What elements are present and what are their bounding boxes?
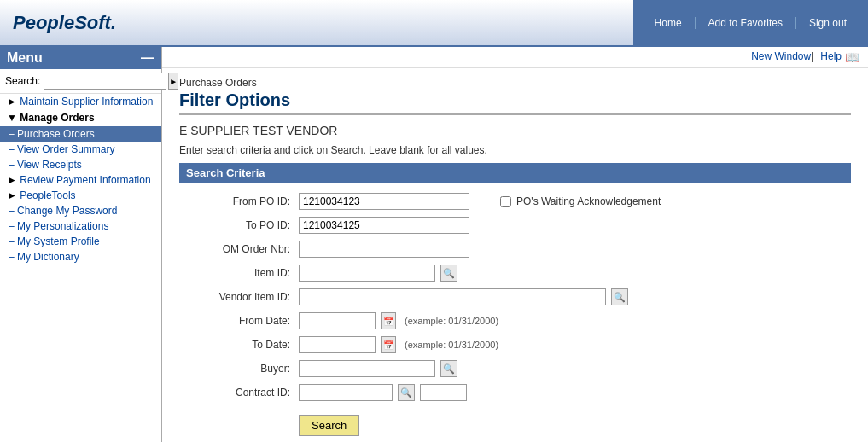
arrow-right-icon2: ► [7, 189, 17, 201]
sidebar-item-view-receipts[interactable]: – View Receipts [0, 157, 161, 172]
to-po-id-label: To PO ID: [179, 219, 299, 231]
to-date-input[interactable] [299, 336, 376, 353]
sidebar-item-my-dictionary[interactable]: – My Dictionary [0, 249, 161, 265]
from-date-input[interactable] [299, 312, 376, 329]
to-date-row: To Date: 📅 (example: 01/31/2000) [179, 336, 851, 353]
help-link[interactable]: Help [820, 50, 842, 64]
po-waiting-checkbox[interactable] [500, 196, 511, 207]
contract-id-search-button[interactable]: 🔍 [398, 384, 415, 401]
utility-bar: New Window | Help 📖 [162, 47, 868, 68]
item-id-control: 🔍 [299, 265, 457, 282]
sidebar-search-row: Search: ► [0, 69, 161, 94]
sidebar-item-change-password[interactable]: – Change My Password [0, 203, 161, 218]
from-po-id-label: From PO ID: [179, 195, 299, 207]
search-criteria-bar: Search Criteria [179, 163, 851, 183]
contract-id-label: Contract ID: [179, 387, 299, 398]
from-date-label: From Date: [179, 315, 299, 327]
from-date-row: From Date: 📅 (example: 01/31/2000) [179, 312, 851, 329]
om-order-nbr-row: OM Order Nbr: [179, 241, 851, 258]
breadcrumb: Purchase Orders [179, 77, 851, 89]
sidebar-item-my-system-profile[interactable]: – My System Profile [0, 234, 161, 249]
to-po-id-row: To PO ID: [179, 217, 851, 234]
sidebar-search-label: Search: [5, 75, 40, 87]
om-order-nbr-label: OM Order Nbr: [179, 243, 299, 255]
po-waiting-row: PO's Waiting Acknowledgement [500, 195, 661, 207]
to-date-calendar-button[interactable]: 📅 [381, 336, 396, 353]
arrow-right-icon: ► [7, 174, 17, 186]
purchase-orders-label: – Purchase Orders [9, 128, 95, 140]
add-to-favorites-link[interactable]: Add to Favorites [696, 17, 796, 29]
from-po-id-control: PO's Waiting Acknowledgement [299, 193, 661, 210]
filter-form: From PO ID: PO's Waiting Acknowledgement… [179, 193, 851, 436]
instructions: Enter search criteria and click on Searc… [179, 144, 851, 156]
sidebar-section-manage-orders[interactable]: ▼ Manage Orders [0, 109, 161, 126]
contract-id-control: 🔍 [299, 384, 467, 401]
sign-out-link[interactable]: Sign out [796, 17, 859, 29]
sidebar-item-review-payment[interactable]: ► Review Payment Information [0, 172, 161, 188]
content-inner: Purchase Orders Filter Options E SUPPLIE… [162, 68, 868, 442]
home-link[interactable]: Home [642, 17, 696, 29]
buyer-input[interactable] [299, 360, 435, 377]
vendor-item-id-row: Vendor Item ID: 🔍 [179, 288, 851, 305]
sidebar-item-view-order-summary[interactable]: – View Order Summary [0, 142, 161, 157]
item-id-input[interactable] [299, 265, 435, 282]
top-navigation: Home Add to Favorites Sign out [633, 0, 868, 45]
po-waiting-label: PO's Waiting Acknowledgement [516, 195, 661, 207]
to-date-label: To Date: [179, 339, 299, 351]
header: PeopleSoft. Home Add to Favorites Sign o… [0, 0, 868, 47]
item-id-search-button[interactable]: 🔍 [440, 265, 457, 282]
buyer-label: Buyer: [179, 363, 299, 375]
sidebar-item-people-tools[interactable]: ► PeopleTools [0, 188, 161, 203]
arrow-icon: ► [7, 96, 17, 108]
om-order-nbr-input[interactable] [299, 241, 469, 258]
item-id-row: Item ID: 🔍 [179, 265, 851, 282]
utility-separator: | [811, 50, 813, 64]
contract-id-extra-input[interactable] [420, 384, 467, 401]
main-layout: Menu — Search: ► ► Maintain Supplier Inf… [0, 47, 868, 442]
vendor-item-id-search-button[interactable]: 🔍 [611, 288, 628, 305]
vendor-name: E SUPPLIER TEST VENDOR [179, 124, 851, 137]
sidebar-search-input[interactable] [44, 73, 166, 90]
sidebar-item-maintain-supplier[interactable]: ► Maintain Supplier Information [0, 94, 161, 109]
new-window-link[interactable]: New Window [751, 50, 811, 64]
contract-id-input[interactable] [299, 384, 393, 401]
contract-id-row: Contract ID: 🔍 [179, 384, 851, 401]
vendor-item-id-label: Vendor Item ID: [179, 291, 299, 303]
sidebar-item-purchase-orders[interactable]: – Purchase Orders [0, 126, 161, 142]
vendor-item-id-control: 🔍 [299, 288, 628, 305]
to-date-control: 📅 (example: 01/31/2000) [299, 336, 498, 353]
help-icon: 📖 [845, 50, 859, 64]
logo: PeopleSoft. [0, 5, 129, 41]
content-area: New Window | Help 📖 Purchase Orders Filt… [162, 47, 868, 442]
minimize-icon[interactable]: — [141, 50, 154, 66]
page-title: Filter Options [179, 90, 851, 115]
vendor-item-id-input[interactable] [299, 288, 606, 305]
from-date-example: (example: 01/31/2000) [405, 316, 498, 326]
buyer-control: 🔍 [299, 360, 457, 377]
from-po-id-row: From PO ID: PO's Waiting Acknowledgement [179, 193, 851, 210]
from-date-calendar-button[interactable]: 📅 [381, 312, 396, 329]
om-order-nbr-control [299, 241, 469, 258]
search-button[interactable]: Search [299, 415, 359, 436]
to-po-id-input[interactable] [299, 217, 469, 234]
sidebar-header: Menu — [0, 47, 161, 69]
sidebar: Menu — Search: ► ► Maintain Supplier Inf… [0, 47, 162, 442]
sidebar-item-my-personalizations[interactable]: – My Personalizations [0, 218, 161, 234]
to-date-example: (example: 01/31/2000) [405, 340, 498, 350]
item-id-label: Item ID: [179, 267, 299, 279]
to-po-id-control [299, 217, 469, 234]
from-date-control: 📅 (example: 01/31/2000) [299, 312, 498, 329]
buyer-search-button[interactable]: 🔍 [440, 360, 457, 377]
menu-label: Menu [7, 50, 43, 66]
arrow-down-icon: ▼ [7, 112, 17, 124]
search-button-row: Search [179, 408, 851, 436]
buyer-row: Buyer: 🔍 [179, 360, 851, 377]
from-po-id-input[interactable] [299, 193, 469, 210]
